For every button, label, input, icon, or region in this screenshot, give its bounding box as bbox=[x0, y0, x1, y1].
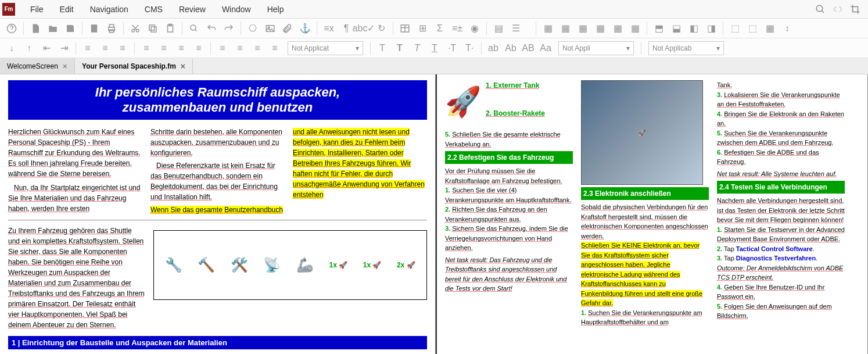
list-item: Schließen Sie die gesamte elektrische Ve… bbox=[445, 131, 561, 148]
row-below-icon[interactable]: ⬓ bbox=[668, 21, 684, 36]
document-canvas[interactable]: Ihr persönliches Raumschiff auspacken, z… bbox=[0, 74, 868, 354]
search-icon[interactable] bbox=[815, 3, 826, 15]
borders-icon[interactable]: ▤ bbox=[490, 21, 507, 36]
table-style-select[interactable]: Not Applicab▾ bbox=[648, 41, 724, 55]
variable-icon[interactable]: ≡x bbox=[321, 21, 337, 36]
section-heading-1: 1 | Einrichtung der Baustelle und Auspac… bbox=[8, 336, 427, 349]
tbl4-icon[interactable]: ▦ bbox=[592, 21, 608, 36]
align-center-list-icon[interactable]: ≡ bbox=[97, 41, 113, 56]
tbl2-icon[interactable]: ▦ bbox=[557, 21, 573, 36]
new-doc-icon[interactable] bbox=[27, 21, 44, 36]
tab-spaceship[interactable]: Your Personal Spaceship.fm × bbox=[75, 58, 193, 74]
find-icon[interactable] bbox=[186, 21, 202, 36]
indent-left-icon[interactable]: ⇤ bbox=[38, 41, 55, 56]
char-style-select[interactable]: Not Appli▾ bbox=[558, 41, 634, 55]
para-style-select[interactable]: Not Applicat▾ bbox=[288, 41, 363, 55]
anchor-frame-icon[interactable]: ⎔ bbox=[245, 21, 261, 36]
svg-rect-9 bbox=[151, 27, 156, 32]
sigma-icon[interactable]: Σ bbox=[432, 21, 448, 36]
merge-icon[interactable]: ⬚ bbox=[727, 21, 743, 36]
font-icon[interactable]: Aa bbox=[537, 41, 554, 56]
spellcheck-icon[interactable]: abc✓ bbox=[356, 21, 372, 36]
attach-icon[interactable] bbox=[279, 21, 296, 36]
highlighted-text: und alle Anweisungen nicht lesen und bef… bbox=[293, 128, 425, 199]
spacing4-icon[interactable]: ≡ bbox=[267, 41, 283, 56]
equation-icon[interactable]: ≡± bbox=[449, 21, 465, 36]
code-panel-icon[interactable] bbox=[832, 3, 844, 15]
align-right-list-icon[interactable]: ≡ bbox=[114, 41, 131, 56]
body-text: Nachdem alle Verbindungen hergestellt si… bbox=[717, 196, 845, 225]
close-icon[interactable]: × bbox=[181, 62, 185, 71]
uppercase-icon[interactable]: AB bbox=[520, 41, 536, 56]
cell-shade-icon[interactable]: ▦ bbox=[762, 21, 778, 36]
redo-icon[interactable] bbox=[221, 21, 237, 36]
app-logo: Fm bbox=[2, 3, 15, 16]
svg-point-0 bbox=[816, 5, 823, 12]
split-icon[interactable]: ⬚ bbox=[744, 21, 761, 36]
row-above-icon[interactable]: ⬒ bbox=[651, 21, 667, 36]
list-item: Suchen Sie die vier (4) Verankerungspunk… bbox=[445, 187, 571, 203]
cut-icon[interactable] bbox=[127, 21, 144, 36]
move-up-icon[interactable]: ↑ bbox=[21, 41, 37, 56]
menu-edit[interactable]: Edit bbox=[52, 1, 82, 17]
undo-icon[interactable] bbox=[203, 21, 220, 36]
page-1: Ihr persönliches Raumschiff auspacken, z… bbox=[0, 74, 436, 354]
spacing1-icon[interactable]: ≡ bbox=[214, 41, 231, 56]
align-left-icon[interactable]: ≡ bbox=[138, 41, 155, 56]
menu-cms[interactable]: CMS bbox=[137, 1, 171, 17]
save-icon[interactable] bbox=[62, 21, 78, 36]
crop-icon[interactable] bbox=[849, 3, 861, 15]
lowercase-icon[interactable]: ab bbox=[485, 41, 501, 56]
body-text: Sobald die physischen Verbindungen für d… bbox=[581, 202, 709, 241]
table-add-row-icon[interactable]: ⊞ bbox=[414, 21, 431, 36]
align-left-list-icon[interactable]: ≡ bbox=[80, 41, 96, 56]
underline-icon[interactable]: T bbox=[426, 41, 443, 56]
net-task-result: Net task result: Alle Systeme leuchten a… bbox=[717, 169, 845, 179]
tbl6-icon[interactable]: ▦ bbox=[627, 21, 643, 36]
close-icon[interactable]: × bbox=[63, 62, 67, 71]
plain-icon[interactable]: T bbox=[374, 41, 390, 56]
indent-right-icon[interactable]: ⇥ bbox=[56, 41, 72, 56]
menu-window[interactable]: Window bbox=[214, 1, 259, 17]
page-2: 🚀 1. Externer Tank 2. Booster-Rakete 5. … bbox=[437, 74, 868, 354]
spacing2-icon[interactable]: ≡ bbox=[232, 41, 248, 56]
open-icon[interactable] bbox=[45, 21, 61, 36]
image-icon[interactable] bbox=[262, 21, 278, 36]
col-right-icon[interactable]: ◨ bbox=[703, 21, 719, 36]
col-left-icon[interactable]: ◧ bbox=[686, 21, 702, 36]
tbl5-icon[interactable]: ▦ bbox=[609, 21, 626, 36]
save-pdf-icon[interactable] bbox=[86, 21, 102, 36]
sort-icon[interactable]: ↕ bbox=[779, 21, 795, 36]
menu-review[interactable]: Review bbox=[171, 1, 214, 17]
list-item: Lokalisieren Sie die Verankerungspunkte … bbox=[717, 91, 840, 108]
help-icon[interactable] bbox=[3, 21, 20, 36]
italic-icon[interactable]: T bbox=[409, 41, 425, 56]
menu-navigation[interactable]: Navigation bbox=[82, 1, 137, 17]
superscript-icon[interactable]: ·T bbox=[444, 41, 460, 56]
svg-line-14 bbox=[195, 29, 197, 31]
list-icon[interactable]: ☰ bbox=[508, 21, 524, 36]
capitalize-icon[interactable]: Ab bbox=[503, 41, 519, 56]
tbl1-icon[interactable]: ▦ bbox=[540, 21, 556, 36]
tbl3-icon[interactable]: ▦ bbox=[575, 21, 591, 36]
print-icon[interactable] bbox=[103, 21, 120, 36]
tab-welcome[interactable]: WelcomeScreen × bbox=[0, 58, 75, 74]
table-icon[interactable] bbox=[397, 21, 413, 36]
menu-help[interactable]: Help bbox=[259, 1, 292, 17]
spacing3-icon[interactable]: ≡ bbox=[249, 41, 266, 56]
paste-icon[interactable] bbox=[162, 21, 178, 36]
repeat-icon[interactable]: ↻ bbox=[373, 21, 389, 36]
svg-line-1 bbox=[822, 10, 824, 13]
bold-icon[interactable]: T bbox=[392, 41, 408, 56]
align-center-icon[interactable]: ≡ bbox=[156, 41, 172, 56]
list-item: Geben Sie Ihre Benutzer-ID und Ihr Passw… bbox=[717, 284, 824, 301]
move-down-icon[interactable]: ↓ bbox=[3, 41, 20, 56]
hotspot-icon[interactable]: ◉ bbox=[467, 21, 483, 36]
subscript-icon[interactable]: T· bbox=[461, 41, 478, 56]
align-justify-icon[interactable]: ≡ bbox=[191, 41, 207, 56]
anchor-icon[interactable]: ⚓ bbox=[297, 21, 313, 36]
shuttle-diagram: 🚀 1. Externer Tank 2. Booster-Rakete bbox=[445, 80, 573, 124]
menu-file[interactable]: File bbox=[22, 1, 52, 17]
align-right-icon[interactable]: ≡ bbox=[173, 41, 189, 56]
copy-icon[interactable] bbox=[145, 21, 161, 36]
